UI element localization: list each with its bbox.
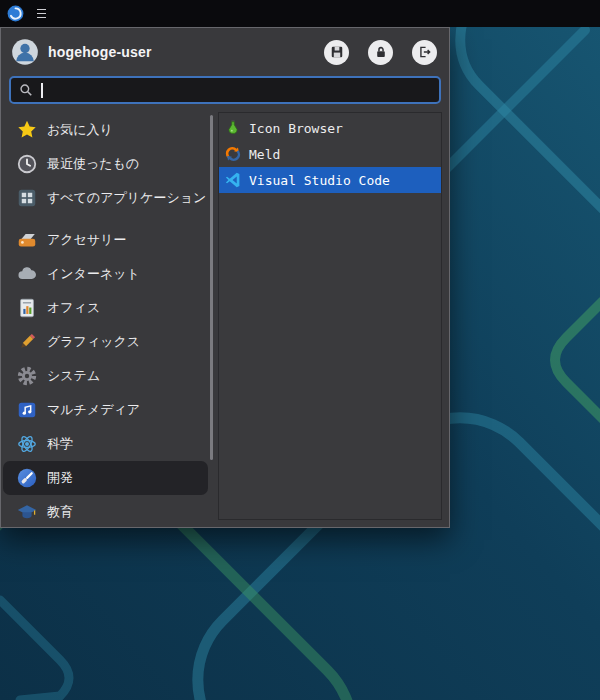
apps-grid-icon (16, 187, 38, 209)
office-icon (16, 297, 38, 319)
category-internet[interactable]: インターネット (3, 257, 208, 291)
lock-screen-button[interactable] (368, 40, 393, 65)
vscode-icon (224, 171, 242, 189)
username: hogehoge-user (48, 44, 152, 60)
category-development[interactable]: 開発 (3, 461, 208, 495)
avatar (11, 38, 39, 66)
education-icon (16, 501, 38, 520)
accessories-icon (16, 229, 38, 251)
category-label: アクセサリー (47, 231, 127, 249)
clock-icon (16, 153, 38, 175)
scrollbar[interactable] (210, 115, 213, 460)
search-input[interactable] (51, 83, 432, 98)
category-all-applications[interactable]: すべてのアプリケーション (3, 181, 208, 215)
category-education[interactable]: 教育 (3, 495, 208, 520)
multimedia-icon (16, 399, 38, 421)
category-label: 教育 (47, 503, 73, 520)
category-graphics[interactable]: グラフィックス (3, 325, 208, 359)
category-label: オフィス (47, 299, 100, 317)
category-label: システム (47, 367, 100, 385)
category-list: お気に入り 最近使ったもの すべてのアプリケーション (1, 112, 218, 520)
app-label: Icon Browser (249, 121, 343, 136)
category-label: 最近使ったもの (47, 155, 139, 173)
app-visual-studio-code[interactable]: Visual Studio Code (219, 167, 441, 193)
category-label: 開発 (47, 469, 73, 487)
search-icon (19, 83, 33, 97)
app-label: Visual Studio Code (249, 173, 390, 188)
science-icon (16, 433, 38, 455)
category-label: インターネット (47, 265, 140, 283)
category-separator (1, 215, 218, 223)
internet-icon (16, 263, 38, 285)
meld-icon (224, 145, 242, 163)
app-meld[interactable]: Meld (219, 141, 441, 167)
category-label: 科学 (47, 435, 73, 453)
distro-logo-icon (6, 4, 25, 23)
app-icon-browser[interactable]: Icon Browser (219, 115, 441, 141)
category-science[interactable]: 科学 (3, 427, 208, 461)
flask-icon (224, 119, 242, 137)
menu-header: hogehoge-user (1, 28, 449, 74)
development-icon (16, 467, 38, 489)
star-icon (16, 119, 38, 141)
search-box[interactable] (9, 76, 441, 104)
floppy-icon (330, 45, 344, 59)
graphics-icon (16, 331, 38, 353)
category-system[interactable]: システム (3, 359, 208, 393)
applications-menu-button[interactable] (5, 3, 26, 24)
category-favorites[interactable]: お気に入り (3, 113, 208, 147)
category-recent[interactable]: 最近使ったもの (3, 147, 208, 181)
app-label: Meld (249, 147, 280, 162)
log-out-button[interactable] (412, 40, 437, 65)
save-session-button[interactable] (324, 40, 349, 65)
lock-icon (374, 45, 388, 59)
category-label: すべてのアプリケーション (47, 189, 206, 207)
category-label: グラフィックス (47, 333, 140, 351)
category-accessories[interactable]: アクセサリー (3, 223, 208, 257)
app-list: Icon Browser Meld Visual Studio Code (218, 112, 442, 520)
category-label: マルチメディア (47, 401, 140, 419)
system-gear-icon (16, 365, 38, 387)
whisker-menu: hogehoge-user (0, 27, 450, 528)
category-label: お気に入り (47, 121, 113, 139)
menu-body: お気に入り 最近使ったもの すべてのアプリケーション (1, 112, 449, 527)
category-office[interactable]: オフィス (3, 291, 208, 325)
logout-icon (418, 45, 432, 59)
text-caret (41, 83, 43, 98)
top-panel (0, 0, 600, 27)
category-multimedia[interactable]: マルチメディア (3, 393, 208, 427)
menu-handle-icon[interactable] (35, 5, 48, 23)
